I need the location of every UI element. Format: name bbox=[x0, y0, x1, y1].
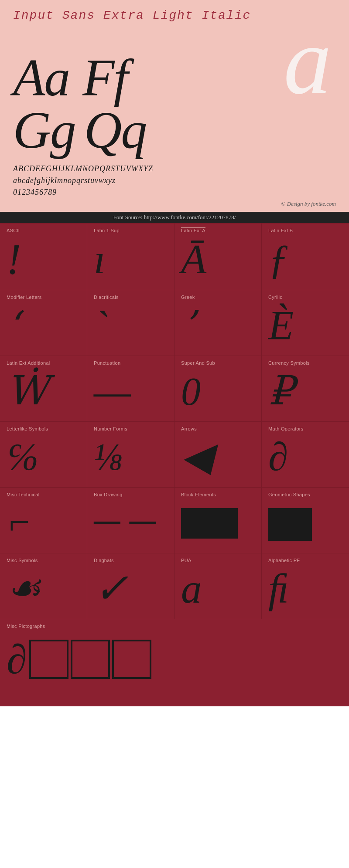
label-modifier: Modifier Letters bbox=[7, 295, 80, 300]
cell-alphabeticpf: Alphabetic PF ﬁ bbox=[262, 553, 349, 619]
label-cyrilic: Cyrilic bbox=[268, 295, 342, 300]
glyph-miscsymbols: ☙ bbox=[7, 565, 80, 612]
label-greek: Greek bbox=[181, 295, 255, 300]
label-misctech: Misc Technical bbox=[7, 492, 80, 497]
cell-greek: Greek ʼ bbox=[174, 290, 262, 356]
label-letterlike: Letterlike Symbols bbox=[7, 426, 80, 431]
cell-cyrilic: Cyrilic È bbox=[262, 290, 349, 356]
label-miscpicto: Misc Pictographs bbox=[7, 624, 342, 629]
cell-mathops: Math Operators ∂ bbox=[262, 422, 349, 487]
block-rect bbox=[181, 508, 238, 539]
glyph-diacriticals: ` bbox=[94, 302, 168, 349]
grid-row-5: Misc Technical ⌐ Box Drawing ─ ─ Block E… bbox=[0, 487, 349, 553]
font-source-bar: Font Source: http://www.fontke.com/font/… bbox=[0, 212, 349, 223]
cell-punctuation: Punctuation — bbox=[87, 356, 174, 421]
glyph-pua: a bbox=[181, 565, 255, 612]
cell-ascii: ASCII ! bbox=[0, 224, 87, 290]
cell-latinextb: Latin Ext B ƒ bbox=[262, 224, 349, 290]
cell-latinextadd: Latin Ext Additional Ẇ bbox=[0, 356, 87, 421]
glyph-latin1sup: ı bbox=[94, 235, 168, 283]
glyph-miscpicto-box1 bbox=[29, 640, 68, 679]
cell-dingbats: Dingbats ✓ bbox=[87, 553, 174, 619]
cell-latinexta: Latin Ext A Ā bbox=[174, 224, 262, 290]
glyph-ascii: ! bbox=[7, 235, 80, 283]
specimen-gg: Gg bbox=[13, 104, 75, 156]
label-punctuation: Punctuation bbox=[94, 360, 168, 366]
glyph-alphabeticpf: ﬁ bbox=[268, 565, 342, 612]
glyph-letterlike: ℅ bbox=[7, 434, 80, 481]
glyph-dingbats: ✓ bbox=[94, 565, 168, 612]
specimen-ff: Ff bbox=[82, 52, 127, 104]
grid-row-6: Misc Symbols ☙ Dingbats ✓ PUA a Alphabet… bbox=[0, 553, 349, 619]
glyph-misctech: ⌐ bbox=[7, 499, 80, 546]
label-numberforms: Number Forms bbox=[94, 426, 168, 431]
label-boxdrawing: Box Drawing bbox=[94, 492, 168, 497]
label-miscsymbols: Misc Symbols bbox=[7, 558, 80, 563]
glyph-greek: ʼ bbox=[181, 302, 255, 349]
label-alphabeticpf: Alphabetic PF bbox=[268, 558, 342, 563]
cell-miscpicto: Misc Pictographs ∂ bbox=[0, 619, 349, 706]
cell-blockelems: Block Elements bbox=[174, 488, 262, 553]
glyph-miscpicto-1: ∂ bbox=[7, 635, 27, 683]
glyph-miscpicto-row: ∂ bbox=[7, 635, 342, 683]
label-currency: Currency Symbols bbox=[268, 360, 342, 366]
specimen-row1: Aa Ff a bbox=[13, 27, 336, 104]
label-latinexta: Latin Ext A bbox=[181, 228, 255, 233]
specimen-large-a: a bbox=[284, 18, 332, 104]
copyright: © Design by fontke.com bbox=[13, 200, 336, 207]
glyph-miscpicto-box2 bbox=[71, 640, 110, 679]
cell-diacriticals: Diacriticals ` bbox=[87, 290, 174, 356]
glyph-currency: ₽ bbox=[268, 368, 342, 415]
cell-misctech: Misc Technical ⌐ bbox=[0, 488, 87, 553]
cell-currency: Currency Symbols ₽ bbox=[262, 356, 349, 421]
font-source-text: Font Source: http://www.fontke.com/font/… bbox=[113, 214, 236, 220]
header-section: Input Sans Extra Light Italic Aa Ff a Gg… bbox=[0, 0, 349, 212]
alphabet-uppercase: ABCDEFGHIJKLMNOPQRSTUVWXYZ abcdefghijklm… bbox=[13, 163, 336, 198]
label-latin1sup: Latin 1 Sup bbox=[94, 228, 168, 233]
cell-numberforms: Number Forms ⅛ bbox=[87, 422, 174, 487]
cell-boxdrawing: Box Drawing ─ ─ bbox=[87, 488, 174, 553]
glyph-mathops: ∂ bbox=[268, 434, 342, 481]
label-ascii: ASCII bbox=[7, 228, 80, 233]
label-mathops: Math Operators bbox=[268, 426, 342, 431]
grid-row-1: ASCII ! Latin 1 Sup ı Latin Ext A Ā Lati… bbox=[0, 223, 349, 290]
label-geoshapes: Geometric Shapes bbox=[268, 492, 342, 497]
glyph-superandsub: 0 bbox=[181, 368, 255, 415]
cell-latin1sup: Latin 1 Sup ı bbox=[87, 224, 174, 290]
glyph-cyrilic: È bbox=[268, 302, 342, 349]
specimen-qq: Qq bbox=[84, 104, 147, 156]
grid-row-2: Modifier Letters ʻ Diacriticals ` Greek … bbox=[0, 290, 349, 356]
glyph-modifier: ʻ bbox=[7, 302, 80, 349]
label-latinextb: Latin Ext B bbox=[268, 228, 342, 233]
glyph-latinextb: ƒ bbox=[268, 235, 342, 283]
glyph-miscpicto-box3 bbox=[112, 640, 151, 679]
cell-miscsymbols: Misc Symbols ☙ bbox=[0, 553, 87, 619]
glyph-latinextadd: Ẇ bbox=[7, 368, 80, 415]
label-blockelems: Block Elements bbox=[181, 492, 255, 497]
label-diacriticals: Diacriticals bbox=[94, 295, 168, 300]
geo-rect bbox=[268, 508, 312, 541]
cell-letterlike: Letterlike Symbols ℅ bbox=[0, 422, 87, 487]
grid-row-3: Latin Ext Additional Ẇ Punctuation — Sup… bbox=[0, 356, 349, 421]
cell-geoshapes: Geometric Shapes bbox=[262, 488, 349, 553]
glyph-latinexta: Ā bbox=[181, 235, 255, 283]
label-superandsub: Super And Sub bbox=[181, 360, 255, 366]
glyph-punctuation: — bbox=[94, 368, 168, 415]
label-pua: PUA bbox=[181, 558, 255, 563]
glyph-boxdrawing: ─ ─ bbox=[94, 499, 168, 546]
label-latinextadd: Latin Ext Additional bbox=[7, 360, 80, 366]
cell-pua: PUA a bbox=[174, 553, 262, 619]
specimen-aa: Aa bbox=[13, 52, 69, 104]
grid-row-last: Misc Pictographs ∂ bbox=[0, 619, 349, 706]
cell-arrows: Arrows ◀ bbox=[174, 422, 262, 487]
cell-superandsub: Super And Sub 0 bbox=[174, 356, 262, 421]
cell-modifier: Modifier Letters ʻ bbox=[0, 290, 87, 356]
grid-row-4: Letterlike Symbols ℅ Number Forms ⅛ Arro… bbox=[0, 421, 349, 487]
glyph-grid: ASCII ! Latin 1 Sup ı Latin Ext A Ā Lati… bbox=[0, 223, 349, 706]
glyph-arrows: ◀ bbox=[181, 434, 255, 481]
glyph-numberforms: ⅛ bbox=[94, 434, 168, 481]
label-arrows: Arrows bbox=[181, 426, 255, 431]
label-dingbats: Dingbats bbox=[94, 558, 168, 563]
